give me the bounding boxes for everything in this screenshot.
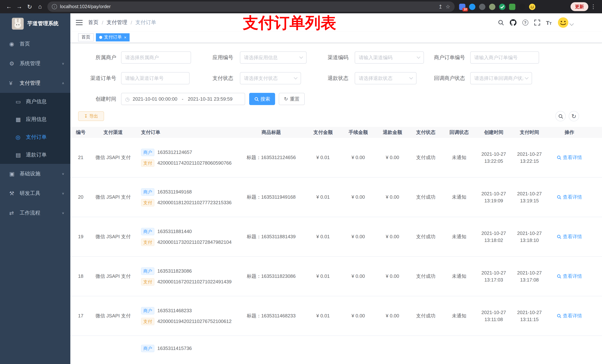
yen-icon: ¥: [9, 80, 17, 86]
view-detail-link[interactable]: 查看详情: [557, 312, 582, 320]
view-detail-link[interactable]: 查看详情: [557, 273, 582, 280]
sidebar-item-dev-tools[interactable]: ⚒ 研发工具 ∨: [0, 184, 70, 203]
notify-status-select[interactable]: [470, 72, 532, 84]
sidebar-item-label: 工作流程: [20, 209, 62, 216]
url-text[interactable]: localhost:1024/pay/order: [60, 4, 111, 9]
hamburger-icon[interactable]: [70, 20, 88, 26]
date-start-value[interactable]: 2021-10-01 00:00:00: [133, 96, 177, 102]
view-detail-label: 查看详情: [563, 273, 582, 280]
back-icon[interactable]: ←: [4, 1, 14, 12]
orders-table: 编号 支付渠道 支付订单 商品标题 支付金额 手续金额 退款金额 支付状态 回调…: [70, 127, 602, 364]
merchant-filter-field[interactable]: [125, 55, 187, 60]
pay-amount-cell: ¥ 0.01: [305, 273, 341, 280]
breadcrumb-current: 支付订单: [136, 19, 156, 26]
pin-icon[interactable]: [519, 3, 525, 10]
sidebar-item-infra[interactable]: ▣ 基础设施 ∨: [0, 164, 70, 184]
pay-status-select[interactable]: [240, 72, 301, 84]
search-icon: [557, 274, 561, 279]
url-bar[interactable]: i localhost:1024/pay/order ↥ ☆: [47, 1, 455, 12]
star-icon[interactable]: ☆: [446, 4, 450, 10]
pay-tag: 支付: [141, 318, 154, 325]
refresh-icon[interactable]: ↻: [569, 111, 579, 121]
extension-icon-2[interactable]: [469, 3, 475, 10]
merchant-order-no-input[interactable]: [470, 52, 539, 64]
font-size-icon[interactable]: TT: [546, 20, 552, 26]
sidebar-item-system[interactable]: ⚙ 系统管理 ∨: [0, 54, 70, 73]
home-icon[interactable]: ⌂: [35, 1, 45, 12]
refund-status-select[interactable]: [355, 72, 417, 84]
sidebar-item-home[interactable]: ◉ 首页: [0, 34, 70, 54]
pay-order-cell: 商户 1635311823086 支付 42000011672021102710…: [135, 267, 237, 285]
pay-channel-cell: 微信 JSAPI 支付: [91, 154, 135, 161]
table-row: 20 微信 JSAPI 支付 商户 1635311949168 支付 42000…: [70, 177, 602, 217]
merchant-filter-input[interactable]: [121, 52, 191, 64]
info-icon[interactable]: i: [52, 4, 57, 9]
view-detail-link[interactable]: 查看详情: [557, 233, 582, 240]
create-time-range-picker[interactable]: ◷ 2021-10-01 00:00:00 - 2021-10-31 23:59…: [121, 93, 245, 105]
app-id-select[interactable]: [240, 52, 307, 64]
action-cell: 查看详情: [547, 233, 592, 240]
search-button-label: 搜索: [260, 96, 270, 102]
sidebar-item-merchant-info[interactable]: ▭ 商户信息: [0, 93, 70, 111]
extension-chat-icon[interactable]: [509, 3, 515, 10]
fee-amount-cell: ¥ 0.00: [341, 273, 376, 280]
refund-status-field[interactable]: [359, 75, 408, 81]
action-cell: 查看详情: [547, 154, 592, 161]
extension-icon-4[interactable]: [489, 3, 495, 10]
channel-code-select[interactable]: [355, 52, 424, 64]
merchant-order-no: 1635311415736: [157, 345, 192, 352]
user-menu[interactable]: [558, 17, 573, 28]
view-detail-link[interactable]: 查看详情: [557, 154, 582, 161]
close-icon[interactable]: ×: [124, 35, 127, 39]
pay-order-cell: 商户 1635311949168 支付 42000011812021102777…: [135, 188, 237, 206]
pay-channel-cell: 微信 JSAPI 支付: [91, 194, 135, 201]
tab-home[interactable]: 首页: [78, 33, 94, 41]
sidebar-item-pay-order[interactable]: ◎ 支付订单: [0, 128, 70, 146]
merchant-order-no-field[interactable]: [474, 55, 535, 60]
channel-code-field[interactable]: [359, 55, 415, 60]
search-icon: [254, 97, 258, 101]
kebab-menu-icon[interactable]: ⋮: [588, 3, 598, 10]
extension-check-icon[interactable]: [499, 3, 505, 10]
reset-button[interactable]: ↻ 重置: [279, 93, 305, 105]
channel-order-no-input[interactable]: [121, 72, 190, 84]
sidebar-item-refund-order[interactable]: ▤ 退款订单: [0, 146, 70, 164]
notify-status-cell: 未通知: [442, 233, 476, 240]
export-button[interactable]: ↧ 导出: [78, 111, 104, 121]
pay-order-no: 4200001167202110271022491439: [157, 278, 232, 285]
table-toolbar: ↧ 导出 ↻: [70, 111, 602, 122]
sidebar-item-app-info[interactable]: ▦ 应用信息: [0, 111, 70, 128]
github-icon[interactable]: [510, 19, 516, 26]
reload-icon[interactable]: ↻: [24, 1, 35, 12]
breadcrumb-home[interactable]: 首页: [88, 19, 98, 26]
toggle-search-icon[interactable]: [555, 111, 566, 121]
tab-pay-order[interactable]: 支付订单 ×: [96, 33, 130, 41]
app-id-field[interactable]: [244, 55, 298, 60]
date-end-value[interactable]: 2021-10-31 23:59:59: [188, 96, 233, 102]
pay-status-field[interactable]: [244, 75, 292, 81]
screen: ← → ↻ ⌂ i localhost:1024/pay/order ↥ ☆ 1…: [0, 0, 602, 364]
order-id-cell: 21: [70, 154, 91, 161]
extension-icon-1[interactable]: 10: [459, 3, 465, 10]
app-title: 芋道管理系统: [27, 20, 58, 27]
view-detail-link[interactable]: 查看详情: [557, 194, 582, 201]
sidebar-item-workflow[interactable]: ⇄ 工作流程 ∨: [0, 203, 70, 223]
search-icon[interactable]: [498, 20, 504, 26]
extension-icon-3[interactable]: [479, 3, 485, 10]
search-button[interactable]: 搜索: [249, 93, 275, 105]
notify-status-field[interactable]: [474, 75, 523, 81]
channel-order-no-field[interactable]: [125, 75, 185, 81]
merchant-tag: 商户: [141, 345, 154, 352]
update-button[interactable]: 更新: [570, 2, 588, 11]
sidebar-item-payment[interactable]: ¥ 支付管理 ∧: [0, 73, 70, 93]
clock-icon: ◷: [125, 96, 129, 102]
help-icon[interactable]: ?: [522, 20, 528, 26]
share-icon[interactable]: ↥: [438, 4, 442, 10]
fullscreen-icon[interactable]: [534, 20, 540, 26]
app-logo[interactable]: 芋道管理系统: [0, 13, 70, 34]
breadcrumb-payment[interactable]: 支付管理: [107, 19, 127, 26]
created-time-cell: 2021-10-2713:17:03: [476, 269, 512, 283]
forward-icon[interactable]: →: [14, 1, 24, 12]
sidebar-item-label: 系统管理: [20, 60, 62, 67]
emoji-extension-icon[interactable]: [529, 3, 535, 10]
